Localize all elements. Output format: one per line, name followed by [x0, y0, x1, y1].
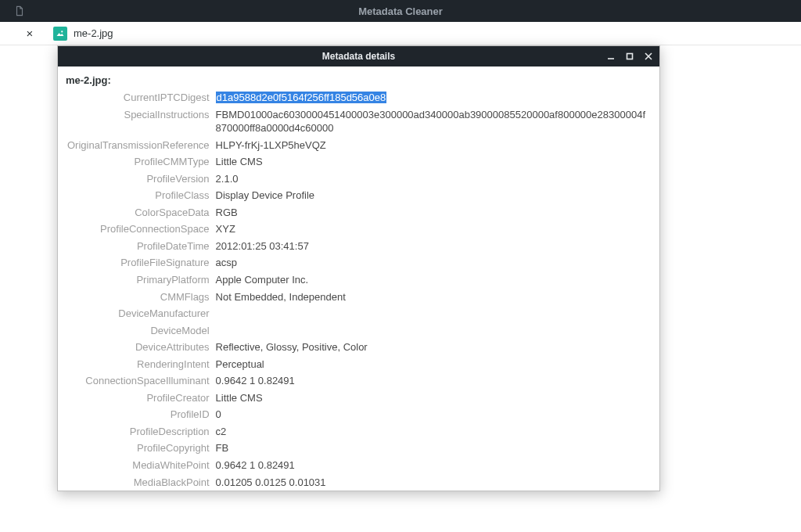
- tab-close-button[interactable]: ×: [20, 24, 39, 43]
- svg-point-0: [61, 31, 63, 32]
- tab-area: × me-2.jpg: [0, 22, 801, 45]
- document-icon: [14, 5, 25, 16]
- top-bar: Metadata Cleaner: [0, 0, 801, 22]
- tab-filename: me-2.jpg: [74, 27, 113, 39]
- file-thumbnail-icon: [53, 27, 67, 41]
- app-title: Metadata Cleaner: [358, 5, 443, 17]
